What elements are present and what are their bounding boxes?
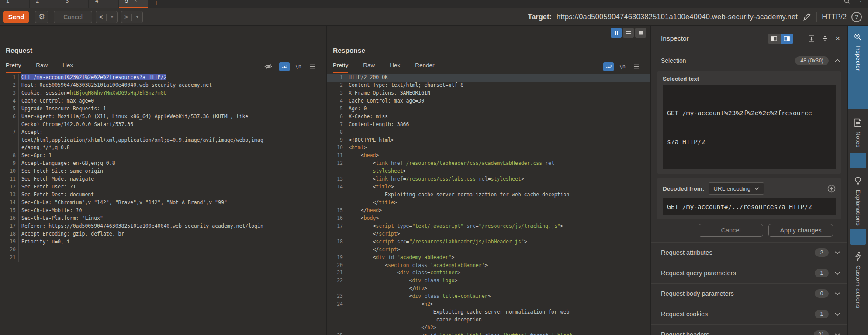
- code-text[interactable]: <div class=title-container>: [346, 293, 491, 301]
- editor-menu-icon[interactable]: [307, 62, 318, 71]
- selected-text-value[interactable]: GET /my-account%23%2f%2e%2e%2fresource s…: [663, 85, 836, 169]
- request-tab-hex[interactable]: Hex: [62, 62, 73, 73]
- collapse-all-icon[interactable]: [822, 35, 828, 42]
- code-line[interactable]: 13Sec-Fetch-Dest: document: [0, 191, 326, 199]
- code-text[interactable]: </title>: [346, 199, 397, 207]
- inspector-section-request-headers[interactable]: Request headers21: [651, 325, 847, 335]
- tab-close-icon[interactable]: ×: [134, 0, 137, 3]
- code-text[interactable]: text/html,application/xhtml+xml,applicat…: [19, 137, 263, 144]
- code-line[interactable]: Exploiting cache server normalization fo…: [327, 308, 650, 316]
- kebab-menu-icon[interactable]: ⋮: [858, 0, 864, 4]
- code-text[interactable]: <div class=container>: [346, 269, 460, 277]
- expand-all-icon[interactable]: [808, 35, 815, 42]
- code-line[interactable]: 2Host: 0ad5005904746303825101a100e40040.…: [0, 82, 326, 89]
- code-text[interactable]: Host: 0ad5005904746303825101a100e40040.w…: [19, 82, 212, 89]
- rail-tab-custom-actions[interactable]: Custom actions: [848, 252, 868, 308]
- editor-menu-icon[interactable]: [631, 62, 642, 71]
- repeater-tab-3[interactable]: 3: [59, 0, 88, 8]
- code-text[interactable]: Cache-Control: max-age=30: [346, 97, 424, 105]
- single-layout-button[interactable]: [635, 28, 646, 38]
- rail-tab-explanations[interactable]: Explanations: [848, 176, 868, 226]
- code-line[interactable]: 8Sec-Gpc: 1: [0, 152, 326, 160]
- code-line[interactable]: 14Sec-Ch-Ua: "Chromium";v="142", "Brave"…: [0, 199, 326, 207]
- help-icon[interactable]: ?: [851, 12, 862, 22]
- code-text[interactable]: Sec-Ch-Ua-Mobile: ?0: [19, 207, 82, 215]
- code-line[interactable]: 22 <div class=logo>: [327, 277, 650, 285]
- code-line[interactable]: </title>: [327, 199, 650, 207]
- code-line[interactable]: 1GET /my-account%23%2f%2e%2e%2fresources…: [0, 74, 326, 82]
- code-text[interactable]: <div class=logo>: [346, 277, 457, 285]
- code-line[interactable]: 15 </head>: [327, 207, 650, 215]
- encoding-select[interactable]: URL encoding: [709, 182, 764, 195]
- code-text[interactable]: </h2>: [346, 324, 436, 332]
- code-line[interactable]: 1HTTP/2 200 OK: [327, 74, 650, 82]
- code-text[interactable]: </div>: [346, 285, 427, 293]
- code-line[interactable]: 19Priority: u=0, i: [0, 238, 326, 246]
- code-line[interactable]: 10<html>: [327, 144, 650, 152]
- back-dropdown-icon[interactable]: ▼: [110, 15, 114, 19]
- code-text[interactable]: e/apng,*/*;q=0.8: [19, 144, 70, 152]
- code-text[interactable]: <head>: [346, 152, 379, 160]
- code-text[interactable]: Content-Type: text/html; charset=utf-8: [346, 82, 463, 89]
- request-tab-pretty[interactable]: Pretty: [6, 62, 21, 73]
- repeater-tab-5-active[interactable]: 5 ×: [119, 0, 148, 8]
- new-tab-button[interactable]: +: [154, 0, 159, 8]
- word-wrap-icon[interactable]: [603, 62, 614, 71]
- code-line[interactable]: 23 <div class=title-container>: [327, 293, 650, 301]
- code-text[interactable]: <html>: [346, 144, 367, 152]
- code-text[interactable]: Exploiting cache server normalization fo…: [346, 308, 569, 316]
- code-line[interactable]: 17Referer: https://0ad500590474630382510…: [0, 222, 326, 230]
- code-line[interactable]: Exploiting cache server normalization fo…: [327, 191, 650, 199]
- http-version-selector[interactable]: HTTP/2: [822, 13, 847, 21]
- code-text[interactable]: cache deception: [346, 316, 482, 324]
- code-text[interactable]: Accept:: [19, 129, 42, 137]
- response-editor[interactable]: 1HTTP/2 200 OK2Content-Type: text/html; …: [327, 74, 650, 335]
- code-line[interactable]: 6X-Cache: miss: [327, 113, 650, 121]
- repeater-tab-2[interactable]: 2: [30, 0, 59, 8]
- cancel-button[interactable]: Cancel: [54, 11, 92, 23]
- chevron-down-icon[interactable]: [835, 292, 840, 295]
- code-text[interactable]: Age: 0: [346, 105, 367, 113]
- code-text[interactable]: Referer: https://0ad5005904746303825101a…: [19, 222, 263, 230]
- inspector-cancel-button[interactable]: Cancel: [699, 224, 763, 237]
- edit-target-pencil-icon[interactable]: [802, 12, 812, 21]
- code-text[interactable]: Sec-Ch-Ua-Platform: "Linux": [19, 215, 103, 222]
- repeater-tab-1[interactable]: 1: [0, 0, 29, 8]
- code-text[interactable]: [346, 129, 349, 137]
- code-line[interactable]: 6User-Agent: Mozilla/5.0 (X11; Linux x86…: [0, 113, 326, 121]
- code-text[interactable]: Cache-Control: max-age=0: [19, 97, 94, 105]
- code-line[interactable]: 18 <script src="/resources/labheader/js/…: [327, 238, 650, 246]
- code-text[interactable]: <link href=/resources/css/labs.css rel=s…: [346, 175, 524, 183]
- code-line[interactable]: 20: [0, 246, 326, 254]
- rail-tab-inspector[interactable]: Inspector: [848, 26, 868, 109]
- code-line[interactable]: 25 <a id='exploit-link' class='button' t…: [327, 332, 650, 335]
- code-line[interactable]: cache deception: [327, 316, 650, 324]
- response-tab-render[interactable]: Render: [415, 62, 434, 73]
- code-line[interactable]: 20 <section class='academyLabBanner'>: [327, 262, 650, 270]
- code-text[interactable]: <!DOCTYPE html>: [346, 137, 394, 144]
- code-line[interactable]: 9<!DOCTYPE html>: [327, 137, 650, 144]
- code-text[interactable]: Accept-Language: en-GB,en;q=0.8: [19, 160, 115, 168]
- add-encoding-icon[interactable]: [827, 185, 836, 193]
- pause-updates-button[interactable]: [611, 28, 622, 38]
- code-text[interactable]: Cookie: session=htBjogM8WhvYMmXvDG9sHqJE…: [19, 89, 166, 97]
- code-text[interactable]: User-Agent: Mozilla/5.0 (X11; Linux x86_…: [19, 113, 248, 121]
- code-line[interactable]: 13 <link href=/resources/css/labs.css re…: [327, 175, 650, 183]
- code-line[interactable]: 19 <div id="academyLabHeader">: [327, 254, 650, 262]
- code-line[interactable]: 4Cache-Control: max-age=30: [327, 97, 650, 105]
- code-text[interactable]: <section class='academyLabBanner'>: [346, 262, 488, 270]
- forward-dropdown-icon[interactable]: ▼: [135, 15, 139, 19]
- code-line[interactable]: 10Sec-Fetch-Site: same-origin: [0, 168, 326, 175]
- code-line[interactable]: </div>: [327, 285, 650, 293]
- code-line[interactable]: stylesheet>: [327, 168, 650, 175]
- code-line[interactable]: Gecko) Chrome/142.0.0.0 Safari/537.36: [0, 121, 326, 129]
- code-line[interactable]: 7Accept:: [0, 129, 326, 137]
- code-text[interactable]: <div id="academyLabHeader">: [346, 254, 454, 262]
- repeater-tab-4[interactable]: 4: [89, 0, 118, 8]
- chevron-down-icon[interactable]: [835, 272, 840, 275]
- apply-changes-button[interactable]: Apply changes: [768, 224, 833, 237]
- code-text[interactable]: X-Cache: miss: [346, 113, 388, 121]
- code-text[interactable]: </script>: [346, 230, 400, 238]
- inspector-section-request-attributes[interactable]: Request attributes2: [651, 243, 847, 263]
- code-text[interactable]: Sec-Fetch-Mode: navigate: [19, 175, 94, 183]
